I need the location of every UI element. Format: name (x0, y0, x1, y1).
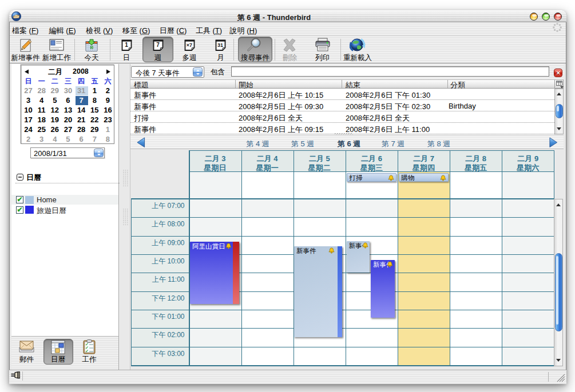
svg-text:31: 31 (217, 42, 223, 48)
svg-text:×7: ×7 (186, 42, 192, 48)
svg-text:1: 1 (125, 42, 128, 48)
svg-text:✓: ✓ (85, 349, 89, 353)
svg-text:7: 7 (156, 42, 160, 48)
